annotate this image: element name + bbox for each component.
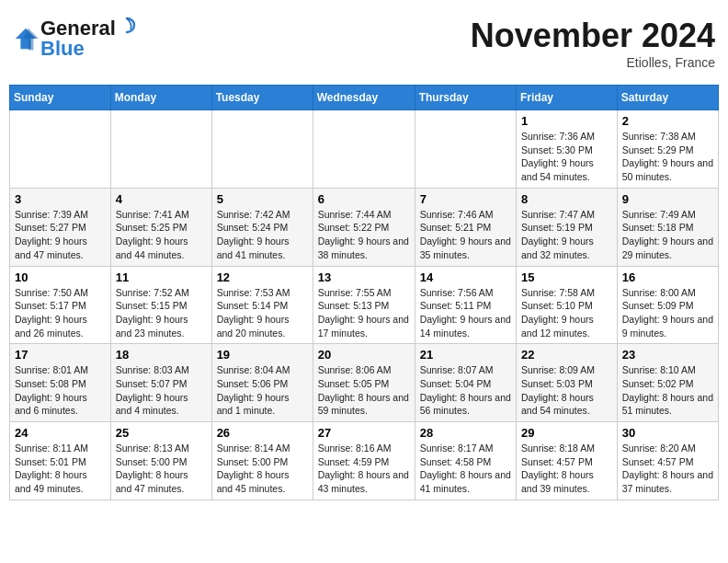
calendar-cell: 21Sunrise: 8:07 AM Sunset: 5:04 PM Dayli…	[415, 344, 516, 422]
calendar-cell: 30Sunrise: 8:20 AM Sunset: 4:57 PM Dayli…	[617, 422, 718, 500]
calendar-week-row: 24Sunrise: 8:11 AM Sunset: 5:01 PM Dayli…	[10, 422, 719, 500]
calendar-header-row: SundayMondayTuesdayWednesdayThursdayFrid…	[10, 86, 719, 110]
day-number: 19	[217, 348, 308, 362]
calendar-cell: 4Sunrise: 7:41 AM Sunset: 5:25 PM Daylig…	[110, 188, 211, 266]
day-number: 1	[521, 114, 612, 128]
day-number: 26	[217, 426, 308, 440]
day-info: Sunrise: 7:41 AM Sunset: 5:25 PM Dayligh…	[116, 208, 207, 262]
calendar-cell: 9Sunrise: 7:49 AM Sunset: 5:18 PM Daylig…	[617, 188, 718, 266]
day-info: Sunrise: 7:44 AM Sunset: 5:22 PM Dayligh…	[318, 208, 410, 262]
calendar-cell: 15Sunrise: 7:58 AM Sunset: 5:10 PM Dayli…	[517, 266, 618, 344]
weekday-header-tuesday: Tuesday	[211, 86, 313, 110]
weekday-header-sunday: Sunday	[10, 86, 111, 110]
day-info: Sunrise: 8:10 AM Sunset: 5:02 PM Dayligh…	[622, 363, 713, 418]
day-number: 22	[521, 348, 612, 362]
weekday-header-thursday: Thursday	[415, 86, 516, 110]
calendar-cell: 24Sunrise: 8:11 AM Sunset: 5:01 PM Dayli…	[10, 422, 111, 500]
day-number: 2	[622, 114, 713, 128]
calendar-cell: 28Sunrise: 8:17 AM Sunset: 4:58 PM Dayli…	[415, 422, 516, 500]
day-info: Sunrise: 8:04 AM Sunset: 5:06 PM Dayligh…	[217, 363, 308, 418]
day-info: Sunrise: 7:47 AM Sunset: 5:19 PM Dayligh…	[521, 208, 612, 262]
day-info: Sunrise: 8:17 AM Sunset: 4:58 PM Dayligh…	[420, 442, 511, 496]
day-info: Sunrise: 7:39 AM Sunset: 5:27 PM Dayligh…	[15, 208, 106, 262]
page-header: General Blue November 2024 Etiolles, Fra…	[9, 9, 719, 77]
day-info: Sunrise: 7:52 AM Sunset: 5:15 PM Dayligh…	[116, 286, 207, 340]
calendar-cell	[10, 110, 111, 189]
day-number: 8	[521, 192, 612, 206]
calendar-cell: 12Sunrise: 7:53 AM Sunset: 5:14 PM Dayli…	[211, 266, 313, 344]
day-number: 5	[217, 192, 308, 206]
day-info: Sunrise: 8:20 AM Sunset: 4:57 PM Dayligh…	[622, 442, 713, 496]
calendar-cell: 22Sunrise: 8:09 AM Sunset: 5:03 PM Dayli…	[517, 344, 618, 422]
calendar-cell: 18Sunrise: 8:03 AM Sunset: 5:07 PM Dayli…	[110, 344, 211, 422]
day-info: Sunrise: 7:50 AM Sunset: 5:17 PM Dayligh…	[15, 286, 106, 340]
day-info: Sunrise: 8:14 AM Sunset: 5:00 PM Dayligh…	[217, 442, 308, 496]
day-number: 21	[420, 348, 511, 362]
calendar-cell: 1Sunrise: 7:36 AM Sunset: 5:30 PM Daylig…	[517, 110, 618, 189]
calendar-cell: 11Sunrise: 7:52 AM Sunset: 5:15 PM Dayli…	[110, 266, 211, 344]
day-info: Sunrise: 8:16 AM Sunset: 4:59 PM Dayligh…	[318, 442, 410, 496]
calendar-cell: 17Sunrise: 8:01 AM Sunset: 5:08 PM Dayli…	[10, 344, 111, 422]
day-number: 25	[116, 426, 207, 440]
day-number: 24	[15, 426, 106, 440]
calendar-cell: 19Sunrise: 8:04 AM Sunset: 5:06 PM Dayli…	[211, 344, 313, 422]
day-info: Sunrise: 7:46 AM Sunset: 5:21 PM Dayligh…	[420, 208, 511, 262]
calendar-cell: 13Sunrise: 7:55 AM Sunset: 5:13 PM Dayli…	[313, 266, 415, 344]
calendar-cell	[110, 110, 211, 189]
day-info: Sunrise: 8:07 AM Sunset: 5:04 PM Dayligh…	[420, 363, 511, 418]
calendar-cell: 23Sunrise: 8:10 AM Sunset: 5:02 PM Dayli…	[617, 344, 718, 422]
day-number: 7	[420, 192, 511, 206]
day-number: 18	[116, 348, 207, 362]
day-number: 20	[318, 348, 410, 362]
day-info: Sunrise: 7:55 AM Sunset: 5:13 PM Dayligh…	[318, 286, 410, 340]
day-number: 10	[15, 270, 106, 284]
day-number: 23	[622, 348, 713, 362]
day-number: 27	[318, 426, 410, 440]
day-number: 30	[622, 426, 713, 440]
weekday-header-monday: Monday	[110, 86, 211, 110]
calendar-cell	[211, 110, 313, 189]
calendar-cell: 20Sunrise: 8:06 AM Sunset: 5:05 PM Dayli…	[313, 344, 415, 422]
calendar-cell	[415, 110, 516, 189]
logo: General Blue	[13, 17, 136, 61]
calendar-week-row: 1Sunrise: 7:36 AM Sunset: 5:30 PM Daylig…	[10, 110, 719, 189]
calendar-cell: 14Sunrise: 7:56 AM Sunset: 5:11 PM Dayli…	[415, 266, 516, 344]
day-number: 14	[420, 270, 511, 284]
weekday-header-saturday: Saturday	[617, 86, 718, 110]
day-number: 13	[318, 270, 410, 284]
location: Etiolles, France	[471, 55, 715, 70]
calendar-cell: 27Sunrise: 8:16 AM Sunset: 4:59 PM Dayli…	[313, 422, 415, 500]
day-number: 28	[420, 426, 511, 440]
day-info: Sunrise: 7:38 AM Sunset: 5:29 PM Dayligh…	[622, 130, 713, 184]
day-info: Sunrise: 8:03 AM Sunset: 5:07 PM Dayligh…	[116, 363, 207, 418]
calendar-cell: 10Sunrise: 7:50 AM Sunset: 5:17 PM Dayli…	[10, 266, 111, 344]
calendar-week-row: 17Sunrise: 8:01 AM Sunset: 5:08 PM Dayli…	[10, 344, 719, 422]
calendar-cell: 3Sunrise: 7:39 AM Sunset: 5:27 PM Daylig…	[10, 188, 111, 266]
day-number: 12	[217, 270, 308, 284]
day-number: 17	[15, 348, 106, 362]
calendar-cell: 2Sunrise: 7:38 AM Sunset: 5:29 PM Daylig…	[617, 110, 718, 189]
day-info: Sunrise: 7:53 AM Sunset: 5:14 PM Dayligh…	[217, 286, 308, 340]
day-number: 9	[622, 192, 713, 206]
day-number: 6	[318, 192, 410, 206]
logo-bird-icon	[118, 17, 136, 35]
day-info: Sunrise: 7:56 AM Sunset: 5:11 PM Dayligh…	[420, 286, 511, 340]
day-info: Sunrise: 8:01 AM Sunset: 5:08 PM Dayligh…	[15, 363, 106, 418]
day-info: Sunrise: 7:58 AM Sunset: 5:10 PM Dayligh…	[521, 286, 612, 340]
day-info: Sunrise: 8:13 AM Sunset: 5:00 PM Dayligh…	[116, 442, 207, 496]
calendar-week-row: 3Sunrise: 7:39 AM Sunset: 5:27 PM Daylig…	[10, 188, 719, 266]
day-info: Sunrise: 7:49 AM Sunset: 5:18 PM Dayligh…	[622, 208, 713, 262]
calendar-cell: 5Sunrise: 7:42 AM Sunset: 5:24 PM Daylig…	[211, 188, 313, 266]
calendar-cell: 7Sunrise: 7:46 AM Sunset: 5:21 PM Daylig…	[415, 188, 516, 266]
weekday-header-wednesday: Wednesday	[313, 86, 415, 110]
day-info: Sunrise: 8:09 AM Sunset: 5:03 PM Dayligh…	[521, 363, 612, 418]
calendar-cell	[313, 110, 415, 189]
month-title: November 2024	[471, 17, 715, 55]
weekday-header-friday: Friday	[517, 86, 618, 110]
day-info: Sunrise: 8:06 AM Sunset: 5:05 PM Dayligh…	[318, 363, 410, 418]
calendar-cell: 8Sunrise: 7:47 AM Sunset: 5:19 PM Daylig…	[517, 188, 618, 266]
day-number: 15	[521, 270, 612, 284]
calendar-cell: 6Sunrise: 7:44 AM Sunset: 5:22 PM Daylig…	[313, 188, 415, 266]
title-block: November 2024 Etiolles, France	[471, 17, 715, 70]
calendar-cell: 29Sunrise: 8:18 AM Sunset: 4:57 PM Dayli…	[517, 422, 618, 500]
